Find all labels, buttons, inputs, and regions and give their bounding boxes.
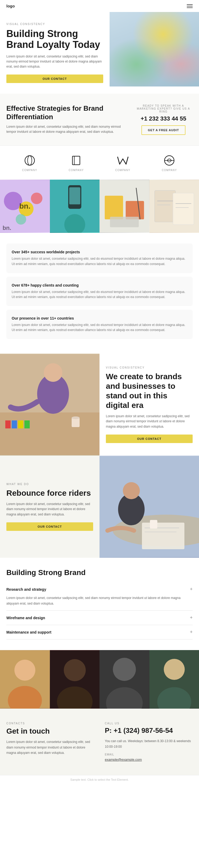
- what-we-do-description: Lorem ipsum dolor sit amet, consetetur s…: [6, 502, 93, 517]
- accordion-item-3: Maintenance and support +: [6, 625, 193, 640]
- svg-rect-42: [142, 523, 185, 549]
- what-we-do-label: WHAT WE DO: [6, 483, 93, 486]
- hero-description: Lorem ipsum dolor sit amet, consetetur s…: [6, 54, 103, 69]
- stat-item-1: Over 345+ success worldwide projects Lor…: [6, 244, 193, 273]
- svg-point-9: [31, 193, 42, 204]
- hero-section: VISUAL CONSISTENCY Building Strong Brand…: [0, 12, 199, 94]
- contact-left: CONTACTS Get in touch Lorem ipsum dolor …: [6, 722, 94, 762]
- svg-point-47: [14, 660, 35, 681]
- svg-point-1: [28, 156, 32, 165]
- email-label: EMAIL: [105, 753, 193, 756]
- accordion-label-2: Wireframe and design: [6, 616, 45, 620]
- logos-row: COMPANY COMPANY COMPANY COMPANY: [0, 146, 199, 180]
- contacts-label: CONTACTS: [6, 722, 94, 725]
- svg-rect-19: [110, 217, 139, 227]
- company-svg-2: [70, 155, 82, 166]
- contact-right: CALL US P: +1 (324) 987-56-54 You can ca…: [105, 722, 193, 762]
- create-visual-label: VISUAL CONSISTENCY: [106, 366, 193, 369]
- svg-rect-35: [25, 421, 30, 428]
- accordion-header-1[interactable]: Research and strategy +: [6, 586, 193, 592]
- accordion-icon-2: +: [190, 615, 193, 621]
- svg-point-56: [164, 659, 185, 680]
- company-label-3: COMPANY: [115, 169, 130, 172]
- accordion-item-1: Research and strategy + Lorem ipsum dolo…: [6, 582, 193, 611]
- meeting-scene-svg: [100, 456, 199, 558]
- hero-image-placeholder: [110, 12, 199, 87]
- what-we-do-cta-button[interactable]: OUR CONTACT: [6, 522, 93, 531]
- svg-rect-17: [105, 196, 123, 220]
- email-link[interactable]: example@example.com: [105, 757, 142, 762]
- hero-content: VISUAL CONSISTENCY Building Strong Brand…: [0, 12, 110, 94]
- ready-label: READY TO SPEAK WITH A MARKETING EXPERT? …: [134, 104, 193, 113]
- hamburger-menu[interactable]: [187, 4, 193, 8]
- brand-title: Effective Strategies for Brand Different…: [6, 104, 126, 121]
- contact-title: Get in touch: [6, 727, 94, 736]
- svg-rect-23: [173, 193, 194, 225]
- svg-point-31: [44, 363, 62, 382]
- hero-cta-button[interactable]: OUR CONTACT: [6, 74, 103, 83]
- stat-desc-1: Lorem ipsum dolor sit amet, consetetur s…: [12, 256, 187, 266]
- sticky-notes-decoration: [110, 12, 199, 87]
- what-we-do-section: WHAT WE DO Rebounce force riders Lorem i…: [0, 456, 199, 558]
- call-description: You can call us. Weekdays: between 8.30-…: [105, 738, 193, 749]
- stat-item-2: Over 678+ happy clients and counting Lor…: [6, 277, 193, 306]
- svg-point-53: [113, 658, 136, 681]
- team-photo-1: [0, 650, 50, 709]
- team-photo-2: [50, 650, 100, 709]
- company-logo-4: COMPANY: [162, 154, 177, 172]
- header: logo: [0, 0, 199, 12]
- what-we-do-image-bg: [100, 456, 199, 558]
- company-label-4: COMPANY: [162, 169, 177, 172]
- svg-point-37: [72, 416, 80, 419]
- company-svg-4: [163, 155, 175, 166]
- stats-section: Over 345+ success worldwide projects Lor…: [0, 233, 199, 353]
- accordion-label-3: Maintenance and support: [6, 630, 51, 634]
- svg-point-0: [25, 156, 35, 165]
- create-title: We create to brands and businesses to st…: [106, 372, 193, 410]
- company-icon-3: [116, 154, 129, 167]
- footer-note-text: Sample text. Click to select the Text El…: [70, 778, 129, 781]
- photo-cell-cards: [149, 180, 199, 233]
- hero-image: [110, 12, 199, 94]
- create-cta-button[interactable]: OUR CONTACT: [106, 435, 193, 443]
- stat-title-3: Our presence in over 11+ countries: [12, 316, 187, 320]
- create-image-bg: [0, 353, 100, 456]
- company-icon-4: [163, 154, 176, 167]
- svg-point-7: [4, 192, 22, 210]
- svg-point-41: [123, 482, 140, 499]
- brand-contact: READY TO SPEAK WITH A MARKETING EXPERT? …: [134, 104, 193, 135]
- accordion-body-1: Lorem ipsum dolor sit amet, consetetur s…: [6, 592, 193, 606]
- svg-point-10: [16, 214, 26, 225]
- free-audit-button[interactable]: GET A FREE AUDIT: [142, 125, 185, 135]
- company-icon-1: [23, 154, 36, 167]
- accordion-header-3[interactable]: Maintenance and support +: [6, 629, 193, 635]
- create-description: Lorem ipsum dolor sit amet, consetetur s…: [106, 414, 193, 429]
- svg-rect-18: [126, 201, 144, 220]
- svg-rect-22: [154, 190, 175, 222]
- brand-description: Lorem ipsum dolor sit amet, consetetur s…: [6, 124, 126, 134]
- photo-cell-branding: bn.: [0, 180, 50, 233]
- stat-desc-3: Lorem ipsum dolor sit amet, consetetur s…: [12, 322, 187, 333]
- company-label-1: COMPANY: [22, 169, 37, 172]
- company-logo-3: COMPANY: [115, 154, 130, 172]
- team-photo-3: [100, 650, 149, 709]
- team-svg-4: [149, 650, 199, 709]
- brand-content: Effective Strategies for Brand Different…: [6, 104, 126, 134]
- svg-rect-29: [0, 412, 100, 455]
- company-logo-2: COMPANY: [69, 154, 84, 172]
- svg-rect-32: [5, 421, 11, 428]
- accordion-header-2[interactable]: Wireframe and design +: [6, 615, 193, 621]
- what-we-do-image: [100, 456, 199, 558]
- company-label-2: COMPANY: [69, 169, 84, 172]
- team-photo-4: [149, 650, 199, 709]
- stat-title-1: Over 345+ success worldwide projects: [12, 250, 187, 254]
- contact-section: CONTACTS Get in touch Lorem ipsum dolor …: [0, 709, 199, 775]
- svg-rect-2: [72, 156, 80, 165]
- footer-note: Sample text. Click to select the Text El…: [0, 775, 199, 784]
- what-we-do-content: WHAT WE DO Rebounce force riders Lorem i…: [0, 456, 100, 558]
- logo: logo: [6, 4, 15, 8]
- accordion-content-1: Lorem ipsum dolor sit amet, consetetur s…: [6, 595, 193, 606]
- stationery-svg: [100, 180, 149, 233]
- call-number: P: +1 (324) 987-56-54: [105, 726, 193, 735]
- company-svg-1: [24, 155, 36, 166]
